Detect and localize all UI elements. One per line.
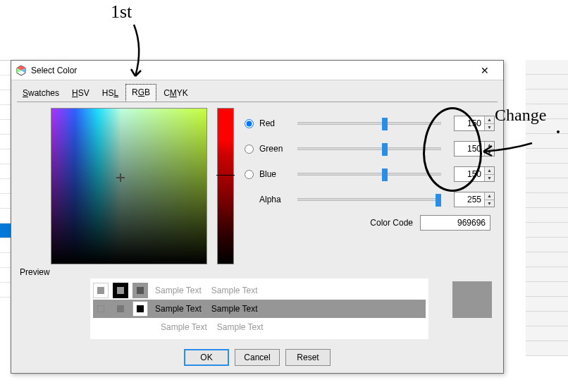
- red-slider[interactable]: [297, 122, 441, 125]
- green-up-icon[interactable]: ▲: [485, 142, 494, 149]
- blue-label: Blue: [259, 169, 292, 179]
- tab-rgb[interactable]: RGB: [125, 84, 156, 102]
- red-down-icon[interactable]: ▼: [485, 124, 494, 131]
- green-label: Green: [259, 144, 292, 154]
- green-slider[interactable]: [297, 147, 441, 150]
- blue-spinner[interactable]: 150: [455, 169, 484, 179]
- sample-text: Sample Text: [152, 286, 204, 295]
- colorcode-input[interactable]: [420, 215, 490, 231]
- reset-button[interactable]: Reset: [285, 349, 331, 366]
- swatch-icon: [113, 301, 128, 317]
- titlebar: Select Color ✕: [11, 61, 503, 80]
- preview-patch: [452, 281, 492, 318]
- sample-text: Sample Text: [158, 322, 210, 332]
- color-picker-dialog: Select Color ✕ Swatches HSV HSL RGB CMYK…: [11, 60, 504, 374]
- alpha-slider[interactable]: [297, 198, 441, 201]
- swatch-icon: [113, 283, 128, 298]
- swatch-icon: [132, 283, 148, 298]
- alpha-label: Alpha: [259, 195, 292, 204]
- red-radio[interactable]: [245, 119, 254, 128]
- alpha-spinner[interactable]: 255: [455, 195, 484, 204]
- preview-panel: Sample Text Sample Text Sample Text Samp…: [90, 278, 428, 339]
- swatch-icon: [132, 301, 148, 317]
- green-down-icon[interactable]: ▼: [485, 149, 494, 157]
- blue-down-icon[interactable]: ▼: [485, 175, 494, 182]
- blue-radio[interactable]: [245, 170, 254, 179]
- red-spinner[interactable]: 150: [455, 118, 484, 128]
- background-left-column: [0, 60, 11, 384]
- swatch-icon: [93, 301, 109, 317]
- red-label: Red: [259, 118, 292, 128]
- hue-slider[interactable]: [217, 108, 234, 264]
- sample-text: Sample Text: [209, 286, 261, 295]
- sample-text: Sample Text: [214, 322, 266, 332]
- background-right-column: [526, 60, 568, 384]
- annotation-1st: 1st: [111, 1, 132, 23]
- color-gradient[interactable]: [51, 108, 207, 264]
- alpha-down-icon[interactable]: ▼: [485, 200, 494, 207]
- preview-label: Preview: [20, 264, 495, 278]
- sample-text: Sample Text: [209, 304, 261, 314]
- colorcode-label: Color Code: [370, 218, 413, 228]
- annotation-dot-icon: [557, 130, 560, 133]
- ok-button[interactable]: OK: [184, 349, 229, 366]
- app-icon: [16, 65, 27, 76]
- tab-swatches[interactable]: Swatches: [17, 85, 65, 102]
- cancel-button[interactable]: Cancel: [235, 349, 280, 366]
- crosshair-icon: [116, 173, 125, 182]
- green-radio[interactable]: [245, 145, 254, 154]
- red-up-icon[interactable]: ▲: [485, 116, 494, 124]
- close-button[interactable]: ✕: [471, 61, 499, 80]
- sample-text: Sample Text: [152, 304, 204, 314]
- tab-bar: Swatches HSV HSL RGB CMYK: [11, 80, 503, 102]
- blue-slider[interactable]: [297, 173, 441, 176]
- swatch-icon: [93, 283, 109, 298]
- green-spinner[interactable]: 150: [455, 144, 484, 154]
- blue-up-icon[interactable]: ▲: [485, 167, 494, 175]
- tab-hsv[interactable]: HSV: [66, 85, 95, 102]
- tab-cmyk[interactable]: CMYK: [158, 85, 194, 102]
- dialog-title: Select Color: [31, 66, 77, 75]
- tab-hsl[interactable]: HSL: [97, 85, 124, 102]
- alpha-up-icon[interactable]: ▲: [485, 192, 494, 200]
